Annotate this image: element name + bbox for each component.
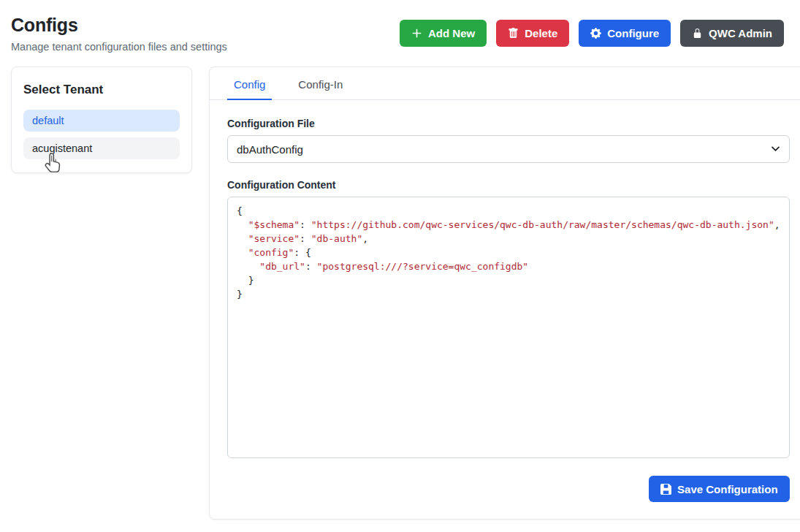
delete-label: Delete — [525, 27, 557, 39]
tenant-item-acugistenant[interactable]: acugistenant — [23, 137, 180, 159]
tenant-item-label: acugistenant — [32, 142, 92, 154]
tenant-item-label: default — [32, 115, 64, 126]
lock-icon — [692, 28, 703, 39]
configuration-file-select[interactable]: dbAuthConfig — [227, 135, 790, 163]
page-subtitle: Manage tenant configuration files and se… — [11, 41, 227, 53]
actions-row: Save Configuration — [227, 476, 790, 502]
delete-button[interactable]: Delete — [496, 20, 569, 47]
page-title: Configs — [11, 15, 227, 36]
config-tabs: Config Config-In — [210, 67, 800, 100]
tab-config[interactable]: Config — [227, 67, 272, 100]
configuration-content-label: Configuration Content — [227, 179, 790, 191]
qwc-admin-button[interactable]: QWC Admin — [680, 20, 784, 47]
select-tenant-panel: Select Tenant default acugistenant — [11, 66, 192, 173]
gear-icon — [590, 28, 601, 39]
tab-config-in[interactable]: Config-In — [292, 67, 349, 100]
config-json-text: { "$schema": "https://github.com/qwc-ser… — [237, 204, 780, 301]
configuration-content-group: Configuration Content { "$schema": "http… — [227, 179, 790, 458]
configuration-file-group: Configuration File dbAuthConfig — [227, 118, 790, 163]
configure-button[interactable]: Configure — [579, 20, 671, 47]
heading-block: Configs Manage tenant configuration file… — [11, 12, 227, 53]
header-toolbar: Add New Delete Configure QWC Admin — [400, 20, 784, 47]
configuration-content-editor[interactable]: { "$schema": "https://github.com/qwc-ser… — [227, 197, 790, 458]
plus-icon — [411, 28, 422, 39]
configuration-file-label: Configuration File — [227, 118, 790, 129]
qwc-admin-label: QWC Admin — [709, 27, 772, 39]
add-new-button[interactable]: Add New — [400, 20, 487, 47]
save-icon — [660, 484, 671, 495]
save-configuration-label: Save Configuration — [677, 483, 778, 495]
content-area: Select Tenant default acugistenant Confi… — [11, 66, 784, 520]
config-tab-content: Configuration File dbAuthConfig Configur… — [210, 100, 800, 518]
add-new-label: Add New — [428, 27, 475, 39]
trash-icon — [508, 28, 519, 39]
page-header: Configs Manage tenant configuration file… — [11, 12, 784, 53]
config-panel: Config Config-In Configuration File dbAu… — [209, 66, 800, 520]
select-tenant-title: Select Tenant — [23, 83, 180, 97]
save-configuration-button[interactable]: Save Configuration — [649, 476, 790, 502]
configs-page: Configs Manage tenant configuration file… — [0, 0, 800, 531]
configure-label: Configure — [607, 27, 659, 39]
configuration-file-select-wrap: dbAuthConfig — [227, 135, 790, 163]
tenant-item-default[interactable]: default — [23, 110, 180, 132]
